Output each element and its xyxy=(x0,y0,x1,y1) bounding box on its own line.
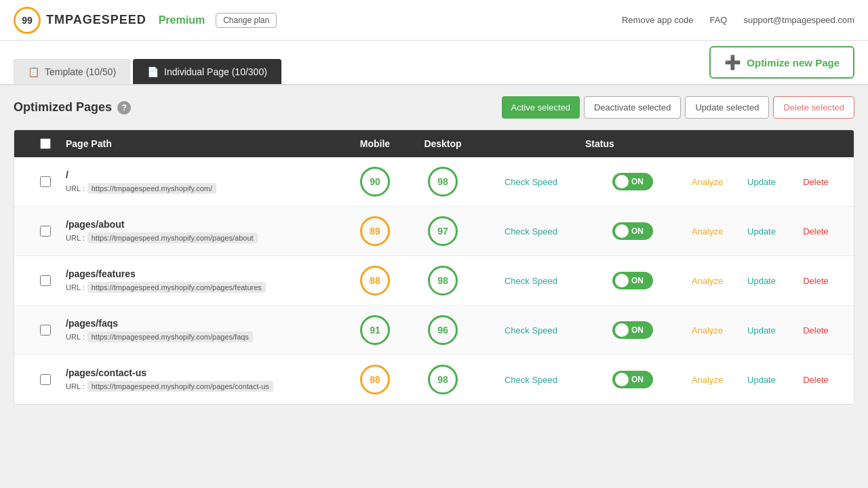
check-speed-button[interactable]: Check Speed xyxy=(505,276,557,286)
row-check-speed-col: Check Speed xyxy=(477,226,585,237)
header-checkbox-col xyxy=(25,138,66,149)
delete-button[interactable]: Delete xyxy=(803,177,829,187)
row-checkbox[interactable] xyxy=(40,325,51,336)
row-checkbox[interactable] xyxy=(40,226,51,237)
section-title-area: Optimized Pages ? xyxy=(14,100,131,115)
row-status-col: ON xyxy=(585,321,680,339)
deactivate-selected-button[interactable]: Deactivate selected xyxy=(584,96,681,119)
logo-number: 99 xyxy=(22,15,33,26)
delete-button[interactable]: Delete xyxy=(803,375,829,385)
analyze-button[interactable]: Analyze xyxy=(692,325,723,336)
check-speed-button[interactable]: Check Speed xyxy=(505,325,557,336)
row-mobile-score-col: 89 xyxy=(341,216,409,246)
check-speed-button[interactable]: Check Speed xyxy=(505,177,557,187)
section-title-text: Optimized Pages xyxy=(14,100,112,115)
table-row: /pages/contact-us URL : https://tmpagesp… xyxy=(14,355,854,404)
toggle-text: ON xyxy=(631,276,644,285)
template-tab[interactable]: 📋 Template (10/50) xyxy=(14,59,130,84)
row-page-path-col: /pages/contact-us URL : https://tmpagesp… xyxy=(66,367,341,392)
delete-button[interactable]: Delete xyxy=(803,325,829,336)
row-page-path: / xyxy=(66,169,341,180)
row-delete-col: Delete xyxy=(789,177,843,187)
faq-link[interactable]: FAQ xyxy=(709,15,727,25)
change-plan-button[interactable]: Change plan xyxy=(216,13,277,28)
update-button[interactable]: Update xyxy=(747,226,776,237)
active-selected-button[interactable]: Active selected xyxy=(502,96,580,119)
remove-app-code-link[interactable]: Remove app code xyxy=(622,15,694,25)
url-label: URL : xyxy=(66,234,85,242)
row-check-speed-col: Check Speed xyxy=(477,177,585,187)
individual-page-tab[interactable]: 📄 Individual Page (10/300) xyxy=(133,59,281,84)
row-mobile-score: 88 xyxy=(360,365,390,394)
analyze-button[interactable]: Analyze xyxy=(692,177,723,187)
main-content: Optimized Pages ? Active selected Deacti… xyxy=(0,85,868,415)
update-button[interactable]: Update xyxy=(747,375,776,385)
individual-page-tab-icon: 📄 xyxy=(147,66,159,77)
select-all-checkbox[interactable] xyxy=(40,138,51,149)
optimize-new-page-label: Optimize new Page xyxy=(747,57,840,68)
individual-page-tab-label: Individual Page (10/300) xyxy=(164,66,267,77)
row-page-url: URL : https://tmpagespeed.myshopify.com/ xyxy=(66,183,341,194)
table-row: / URL : https://tmpagespeed.myshopify.co… xyxy=(14,157,854,207)
row-desktop-score: 98 xyxy=(428,167,458,197)
header-nav: Remove app code FAQ support@tmpagespeed.… xyxy=(622,15,854,25)
row-checkbox-col xyxy=(25,275,66,286)
status-toggle[interactable]: ON xyxy=(612,321,653,339)
row-desktop-score-col: 98 xyxy=(409,266,477,296)
row-delete-col: Delete xyxy=(789,375,843,385)
help-icon[interactable]: ? xyxy=(117,101,131,115)
status-toggle[interactable]: ON xyxy=(612,371,653,388)
analyze-button[interactable]: Analyze xyxy=(692,276,723,286)
analyze-button[interactable]: Analyze xyxy=(692,226,723,237)
url-value: https://tmpagespeed.myshopify.com/pages/… xyxy=(87,282,266,293)
row-page-url: URL : https://tmpagespeed.myshopify.com/… xyxy=(66,282,341,293)
row-desktop-score-col: 97 xyxy=(409,216,477,246)
header-mobile: Mobile xyxy=(341,138,409,149)
optimize-new-page-button[interactable]: ➕ Optimize new Page xyxy=(709,46,854,79)
row-analyze-col: Analyze xyxy=(680,177,734,187)
row-page-path: /pages/about xyxy=(66,219,341,230)
row-update-col: Update xyxy=(734,177,789,187)
row-checkbox[interactable] xyxy=(40,374,51,385)
check-speed-button[interactable]: Check Speed xyxy=(505,226,557,237)
row-checkbox[interactable] xyxy=(40,176,51,187)
premium-badge: Premium xyxy=(159,14,205,26)
analyze-button[interactable]: Analyze xyxy=(692,375,723,385)
support-email-link[interactable]: support@tmpagespeed.com xyxy=(743,15,854,25)
row-update-col: Update xyxy=(734,375,789,385)
update-button[interactable]: Update xyxy=(747,276,776,286)
row-checkbox-col xyxy=(25,176,66,187)
delete-button[interactable]: Delete xyxy=(803,226,829,237)
row-desktop-score: 96 xyxy=(428,315,458,345)
status-toggle[interactable]: ON xyxy=(612,173,653,190)
toggle-knob xyxy=(615,373,629,386)
delete-button[interactable]: Delete xyxy=(803,276,829,286)
delete-selected-button[interactable]: Delete selected xyxy=(773,96,854,119)
row-delete-col: Delete xyxy=(789,226,843,237)
row-page-path: /pages/faqs xyxy=(66,318,341,329)
table-header: Page Path Mobile Desktop Status xyxy=(14,130,854,157)
row-page-url: URL : https://tmpagespeed.myshopify.com/… xyxy=(66,331,341,342)
row-update-col: Update xyxy=(734,325,789,336)
toggle-knob xyxy=(615,224,629,238)
row-desktop-score-col: 98 xyxy=(409,167,477,197)
row-status-col: ON xyxy=(585,371,680,388)
row-status-col: ON xyxy=(585,173,680,190)
row-page-path-col: / URL : https://tmpagespeed.myshopify.co… xyxy=(66,169,341,194)
template-tab-icon: 📋 xyxy=(28,66,39,77)
update-button[interactable]: Update xyxy=(747,177,776,187)
status-toggle[interactable]: ON xyxy=(612,222,653,240)
row-delete-col: Delete xyxy=(789,325,843,336)
url-label: URL : xyxy=(66,184,85,192)
check-speed-button[interactable]: Check Speed xyxy=(505,375,557,385)
row-page-path-col: /pages/features URL : https://tmpagespee… xyxy=(66,268,341,293)
url-value: https://tmpagespeed.myshopify.com/pages/… xyxy=(87,381,273,392)
header: 99 TMPAGESPEED Premium Change plan Remov… xyxy=(0,0,868,41)
row-checkbox[interactable] xyxy=(40,275,51,286)
row-mobile-score: 91 xyxy=(360,315,390,345)
update-button[interactable]: Update xyxy=(747,325,776,336)
update-selected-button[interactable]: Update selected xyxy=(685,96,769,119)
toggle-text: ON xyxy=(631,226,644,236)
row-check-speed-col: Check Speed xyxy=(477,325,585,336)
status-toggle[interactable]: ON xyxy=(612,272,653,289)
